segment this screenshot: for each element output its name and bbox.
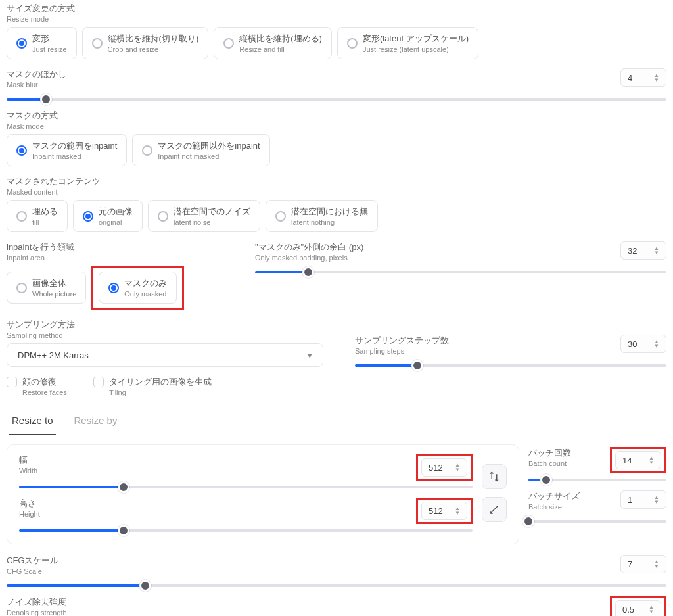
batch-size-label-en: Batch size [528, 503, 614, 511]
masked-content-opts-option-1[interactable]: 元の画像original [73, 200, 143, 232]
denoising-input[interactable]: 0.5 ▲▼ [615, 600, 661, 616]
spinner-icon[interactable]: ▲▼ [649, 603, 658, 616]
resize-mode-opts-option-2[interactable]: 縦横比を維持(埋める)Resize and fill [214, 27, 332, 59]
mask-blur-slider[interactable] [7, 98, 666, 101]
sampling-steps-value: 30 [628, 339, 637, 349]
batch-count-input[interactable]: 14 ▲▼ [615, 451, 661, 469]
radio-icon [223, 38, 234, 49]
spinner-icon[interactable]: ▲▼ [654, 244, 663, 257]
mask-blur-label-en: Mask blur [7, 81, 611, 89]
width-label-jp: 幅 [19, 454, 407, 466]
masked-content-opts-option-0[interactable]: 埋めるfill [7, 200, 68, 232]
inpaint-area-opts-option-0[interactable]: 画像全体Whole picture [7, 272, 86, 304]
denoising-section: ノイズ除去強度 Denoising strength 0.5 ▲▼ [7, 596, 666, 616]
padding-label-jp: "マスクのみ"外側の余白 (px) [255, 241, 611, 253]
denoising-label-jp: ノイズ除去強度 [7, 596, 601, 608]
width-label-en: Width [19, 467, 407, 475]
tiling-checkbox[interactable]: タイリング用の画像を生成 Tiling [93, 376, 212, 396]
padding-value: 32 [628, 246, 637, 256]
batch-count-value: 14 [622, 456, 632, 465]
mask-mode-opts-option-0[interactable]: マスクの範囲をinpaintInpaint masked [7, 134, 127, 166]
sampling-row: サンプリング方法 Sampling method DPM++ 2M Karras… [7, 319, 666, 367]
height-slider[interactable] [19, 529, 473, 532]
inpaint-area-opts-option-1[interactable]: マスクのみOnly masked [99, 272, 177, 304]
mask-mode-label-jp: マスクの方式 [7, 110, 666, 122]
mask-blur-value: 4 [628, 73, 632, 83]
batch-count-label-en: Batch count [528, 460, 603, 467]
sampling-steps-slider[interactable] [355, 364, 666, 367]
masked-content-label-jp: マスクされたコンテンツ [7, 176, 666, 187]
tab-resize-to[interactable]: Resize to [9, 408, 56, 435]
inpaint-area-row: inpaintを行う領域 Inpaint area 画像全体Whole pict… [7, 241, 666, 310]
radio-icon [16, 283, 27, 293]
batch-count-label-jp: バッチ回数 [528, 447, 603, 459]
mask-mode-label-en: Mask mode [7, 122, 666, 130]
resize-mode-label-en: Resize mode [7, 15, 666, 23]
dimensions-panel: 幅 Width 512 ▲▼ [7, 444, 666, 544]
cfg-value: 7 [628, 559, 632, 569]
mask-mode-opts-option-1[interactable]: マスクの範囲以外をinpaintInpaint not masked [132, 134, 269, 166]
sampling-steps-input[interactable]: 30 ▲▼ [620, 335, 666, 353]
radio-icon [142, 145, 152, 156]
height-value: 512 [429, 506, 443, 516]
restore-faces-checkbox[interactable]: 顔の修復 Restore faces [7, 376, 67, 396]
batch-size-label-jp: バッチサイズ [528, 490, 614, 502]
chevron-down-icon: ▾ [308, 350, 312, 360]
inpaint-area-label-jp: inpaintを行う領域 [7, 241, 230, 253]
masked-content-opts-option-2[interactable]: 潜在空間でのノイズlatent noise [148, 200, 260, 232]
spinner-icon[interactable]: ▲▼ [455, 461, 464, 474]
radio-icon [16, 38, 27, 49]
radio-icon [108, 283, 119, 293]
resize-mode-opts-option-1[interactable]: 縦横比を維持(切り取り)Crop and resize [82, 27, 209, 59]
batch-size-slider[interactable] [528, 520, 666, 523]
radio-icon [275, 211, 286, 222]
aspect-ratio-button[interactable] [482, 497, 507, 522]
resize-mode-section: サイズ変更の方式 Resize mode 変形Just resize縦横比を維持… [7, 3, 666, 59]
height-label-en: Height [19, 510, 407, 518]
mask-blur-label-jp: マスクのぼかし [7, 68, 611, 80]
padding-slider[interactable] [255, 271, 666, 273]
masked-content-opts-option-3[interactable]: 潜在空間における無latent nothing [266, 200, 378, 232]
swap-dimensions-button[interactable] [482, 464, 507, 489]
radio-icon [83, 211, 93, 222]
width-highlight: 512 ▲▼ [416, 454, 473, 481]
height-input[interactable]: 512 ▲▼ [421, 502, 467, 520]
spinner-icon[interactable]: ▲▼ [654, 71, 663, 84]
radio-icon [158, 211, 168, 222]
padding-input[interactable]: 32 ▲▼ [620, 241, 666, 260]
radio-icon [16, 145, 27, 156]
checkbox-row: 顔の修復 Restore faces タイリング用の画像を生成 Tiling [7, 376, 666, 396]
sampling-method-value: DPM++ 2M Karras [18, 350, 89, 360]
resize-mode-opts-option-0[interactable]: 変形Just resize [7, 27, 77, 59]
sampling-method-select[interactable]: DPM++ 2M Karras ▾ [7, 343, 323, 367]
sampling-method-label-jp: サンプリング方法 [7, 319, 335, 331]
spinner-icon[interactable]: ▲▼ [654, 557, 663, 571]
padding-label-en: Only masked padding, pixels [255, 254, 611, 262]
height-highlight: 512 ▲▼ [416, 498, 473, 524]
sampling-method-label-en: Sampling method [7, 331, 335, 339]
spinner-icon[interactable]: ▲▼ [455, 504, 464, 517]
batch-count-slider[interactable] [528, 479, 666, 481]
width-slider[interactable] [19, 486, 473, 488]
spinner-icon[interactable]: ▲▼ [654, 337, 663, 350]
spinner-icon[interactable]: ▲▼ [649, 454, 658, 467]
width-input[interactable]: 512 ▲▼ [421, 458, 467, 477]
radio-icon [347, 38, 358, 49]
masked-content-section: マスクされたコンテンツ Masked content 埋めるfill元の画像or… [7, 176, 666, 232]
denoising-value: 0.5 [622, 605, 634, 615]
cfg-label-jp: CFGスケール [7, 555, 611, 567]
mask-blur-section: マスクのぼかし Mask blur 4 ▲▼ [7, 68, 666, 101]
mask-blur-input[interactable]: 4 ▲▼ [620, 68, 666, 87]
batch-size-input[interactable]: 1 ▲▼ [620, 490, 666, 509]
cfg-input[interactable]: 7 ▲▼ [620, 555, 666, 573]
spinner-icon[interactable]: ▲▼ [654, 493, 663, 506]
cfg-slider[interactable] [7, 584, 666, 587]
tab-resize-by[interactable]: Resize by [72, 408, 120, 435]
inpaint-area-opts-highlight: マスクのみOnly masked [91, 266, 184, 310]
batch-size-value: 1 [628, 495, 632, 505]
resize-tabs: Resize to Resize by [7, 408, 666, 435]
sampling-steps-label-en: Sampling steps [355, 347, 611, 355]
resize-mode-opts-option-3[interactable]: 変形(latent アップスケール)Just resize (latent up… [337, 27, 478, 59]
batch-count-highlight: 14 ▲▼ [610, 447, 666, 473]
width-value: 512 [429, 463, 443, 473]
